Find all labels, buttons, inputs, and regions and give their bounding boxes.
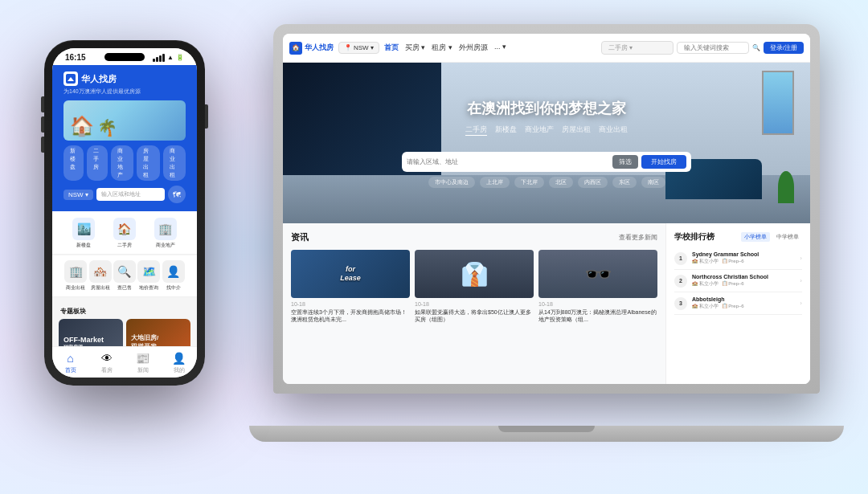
phone-icon-sold[interactable]: 🔍 查已售 [113,260,136,292]
phone-tab-commercial[interactable]: 商业地产 [111,145,133,181]
phone-tab-second[interactable]: 二手房 [87,145,107,181]
phone-topic-house[interactable]: 大地旧房/双拼开发 [126,319,190,346]
school-info-2: Northcross Christian School 🏫 私立小学📋 Prep… [692,274,795,288]
commercial-rent-icon: 🏢 [64,260,87,283]
area-tag-3[interactable]: 下北岸 [514,177,544,188]
phone-icon-house-rent[interactable]: 🏘️ 房屋出租 [89,260,112,292]
area-tag-4[interactable]: 北区 [549,177,573,188]
news-date-2: 10-18 [415,301,534,307]
school-info-1: Sydney Grammar School 🏫 私立小学📋 Prep–6 [692,251,795,265]
phone-tagline: 为140万澳洲华人提供最优房源 [63,88,186,96]
area-tag-2[interactable]: 上北岸 [480,177,510,188]
phone-icon-commercial2[interactable]: 🏢 商业地产 [154,218,177,249]
hero-search-input[interactable] [407,158,609,165]
me-nav-icon: 👤 [172,352,186,365]
school-info-3: Abbotsleigh 🏫 私立小学📋 Prep–6 [692,296,795,310]
hero-tab-newdev[interactable]: 新楼盘 [495,125,517,136]
nav-buy[interactable]: 买房 ▾ [405,43,426,53]
phone-icon-newdev[interactable]: 🏙️ 新楼盘 [72,218,95,249]
school-tab-secondary[interactable]: 中学榜单 [773,232,802,242]
login-button[interactable]: 登录/注册 [764,42,804,54]
news-text-3[interactable]: 从14万到880万澳元：揭秘澳洲总理Albanese的地产投资策略（组... [538,308,657,323]
web-area-tags: 市中心及南边 上北岸 下北岸 北区 内西区 东区 南区 [428,177,665,188]
laptop-screen: 🏠 华人找房 📍 NSW ▾ 首页 买房 ▾ 租房 ▾ 外州房源 . [283,34,810,384]
news-more-link[interactable]: 查看更多新闻 [619,233,657,242]
nav-rent[interactable]: 租房 ▾ [432,43,452,53]
area-tag-7[interactable]: 南区 [641,177,665,188]
agent-icon: 👤 [162,260,185,283]
news-text-1[interactable]: 空置率连续3个月下滑，开发商拥抱高储市场！澳洲租赁危机尚未完... [291,308,410,323]
school-tab-primary[interactable]: 小学榜单 [741,232,770,242]
school-item-2[interactable]: 2 Northcross Christian School 🏫 私立小学📋 Pr… [674,270,802,292]
phone-icon-agent[interactable]: 👤 找中介 [162,260,185,292]
land-label: 地价查询 [139,284,158,292]
web-keyword-search[interactable] [677,42,749,54]
search-icon[interactable]: 🔍 [752,44,760,51]
school-rank-2: 2 [674,275,687,288]
phone-nav-me[interactable]: 👤 我的 [161,352,197,374]
phone-search-box[interactable]: 输入区域和地址 [96,188,165,201]
phone-nav-view[interactable]: 👁 看房 [88,352,125,374]
phone-volume-up-btn[interactable] [41,116,44,133]
home-nav-label: 首页 [65,366,76,374]
phone-app-name: 华人找房 [81,73,117,85]
hero-tab-commercialrent[interactable]: 商业出租 [599,125,628,136]
phone-tab-new[interactable]: 新楼盘 [63,145,84,181]
phone-tab-comrent[interactable]: 商业出租 [163,145,186,181]
school-item-3[interactable]: 3 Abbotsleigh 🏫 私立小学📋 Prep–6 › [674,292,802,315]
school-arrow-3: › [800,300,802,307]
school-item-1[interactable]: 1 Sydney Grammar School 🏫 私立小学📋 Prep–6 › [674,247,802,270]
phone-icon-grid-1: 🏙️ 新楼盘 🏠 二手房 🏢 商业地产 [52,211,197,255]
nav-home[interactable]: 首页 [384,43,399,53]
phone-map-button[interactable]: 🗺 [168,186,186,203]
topic-house-label: 大地旧房/双拼开发 [131,333,158,346]
area-tag-5[interactable]: 内西区 [578,177,608,188]
location-icon: 📍 [344,44,352,51]
house-rent-label: 房屋出租 [91,284,110,292]
location-text: NSW ▾ [354,44,374,51]
topic-offmarket-label: OFF-Market [63,336,104,344]
nav-more[interactable]: ... ▾ [494,43,506,53]
web-logo-icon: 🏠 [289,42,302,55]
phone-nav-news[interactable]: 📰 新闻 [125,352,161,374]
web-second-hand-dropdown[interactable]: 二手房 ▾ [601,41,674,55]
area-tag-6[interactable]: 东区 [612,177,637,188]
news-img-1: forLease [291,250,410,298]
area-tag-1[interactable]: 市中心及南边 [428,177,475,188]
find-house-button[interactable]: 开始找房 [641,155,686,169]
phone-logo-row: 华人找房 [63,71,186,86]
phone-logo-icon [63,71,78,86]
hero-tab-secondhand[interactable]: 二手房 [465,125,487,136]
news-img-2: 👔 [415,250,534,298]
web-location-btn[interactable]: 📍 NSW ▾ [338,42,379,54]
newdev-label: 新楼盘 [76,242,91,249]
school-meta-2: 🏫 私立小学📋 Prep–6 [692,280,795,288]
phone-icon-secondhand[interactable]: 🏠 二手房 [113,218,136,249]
scene: 🏠 华人找房 📍 NSW ▾ 首页 买房 ▾ 租房 ▾ 外州房源 . [0,0,868,494]
hero-tab-rental[interactable]: 房屋出租 [562,125,591,136]
newdev-icon: 🏙️ [72,218,95,240]
phone-volume-down-btn[interactable] [41,137,44,153]
phone-nav-home[interactable]: ⌂ 首页 [52,352,88,374]
commercial2-label: 商业地产 [156,242,175,249]
news-date-3: 10-18 [538,301,657,307]
phone-location-badge[interactable]: NSW ▾ [63,190,93,200]
web-hero-tabs: 二手房 新楼盘 商业地产 房屋出租 商业出租 [465,125,628,136]
phone-power-btn[interactable] [205,104,208,129]
nav-overseas[interactable]: 外州房源 [459,43,488,53]
news-item-1: forLease 10-18 空置率连续3个月下滑，开发商拥抱高储市场！澳洲租赁… [291,250,410,323]
filter-button[interactable]: 筛选 [612,155,638,169]
phone-volume-silent-btn[interactable] [41,96,44,112]
hero-tab-commercial[interactable]: 商业地产 [525,125,554,136]
web-search-bar: 筛选 开始找房 [402,152,691,172]
phone-icon-land[interactable]: 🗺️ 地价查询 [137,260,160,292]
laptop-body: 🏠 华人找房 📍 NSW ▾ 首页 买房 ▾ 租房 ▾ 外州房源 . [273,24,820,394]
phone-tab-rent[interactable]: 房屋出租 [137,145,159,181]
phone-icon-commercial-rent[interactable]: 🏢 商业出租 [64,260,87,292]
phone-topic-offmarket[interactable]: OFF-Market 独家房源 [59,319,123,346]
news-text-2[interactable]: 如果联盟党赢得大选，将拿出$50亿让澳人更多买房（组图） [415,308,534,323]
website: 🏠 华人找房 📍 NSW ▾ 首页 买房 ▾ 租房 ▾ 外州房源 . [283,34,810,384]
school-header: 学校排行榜 小学榜单 中学榜单 [674,231,802,243]
secondhand-icon: 🏠 [113,218,136,240]
web-bottom: 资讯 查看更多新闻 forLease [283,223,810,384]
